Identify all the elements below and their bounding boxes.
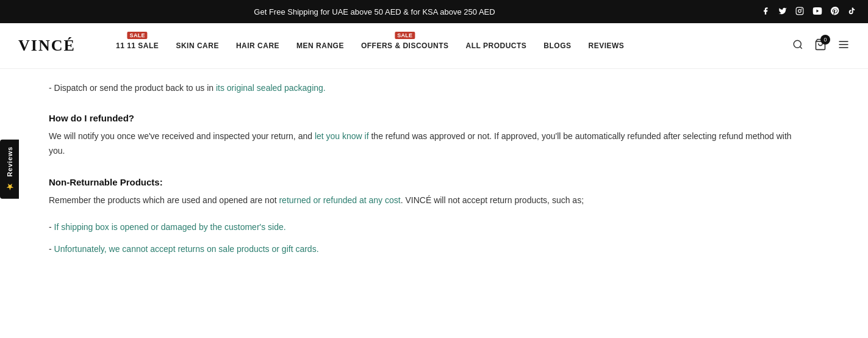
refund-text: We will notify you once we've received a…	[49, 129, 805, 159]
svg-line-4	[800, 46, 802, 48]
nav-item-hair-care[interactable]: HAIR CARE	[236, 41, 279, 50]
reviews-tab[interactable]: ★ Reviews	[0, 139, 19, 198]
refund-link-1[interactable]: let you know if	[315, 131, 369, 141]
announcement-bar: Get Free Shipping for UAE above 50 AED &…	[0, 0, 868, 23]
twitter-icon[interactable]	[778, 7, 787, 17]
main-nav: SALE 11 11 SALE SKIN CARE HAIR CARE MEN …	[116, 41, 792, 50]
dispatch-link[interactable]: its original sealed packaging.	[216, 83, 326, 93]
search-icon[interactable]	[792, 39, 803, 53]
pinterest-icon[interactable]	[831, 7, 839, 17]
social-icons	[761, 7, 856, 17]
refund-section: How do I refunded? We will notify you on…	[49, 113, 805, 159]
tiktok-icon[interactable]	[848, 7, 856, 17]
reviews-tab-wrapper[interactable]: ★ Reviews	[0, 139, 19, 198]
announcement-text: Get Free Shipping for UAE above 50 AED &…	[12, 7, 737, 16]
nav-item-offers-discounts[interactable]: SALE OFFERS & DISCOUNTS	[361, 41, 449, 50]
reviews-tab-label: Reviews	[6, 146, 13, 177]
logo[interactable]: VINCÉ	[18, 37, 91, 55]
svg-rect-0	[796, 7, 803, 15]
svg-point-1	[798, 9, 802, 12]
menu-icon[interactable]	[838, 38, 850, 54]
nav-item-reviews[interactable]: REVIEWS	[589, 41, 625, 50]
bullet-1-link[interactable]: If shipping box is opened or damaged by …	[54, 222, 286, 232]
nav-item-1111-sale[interactable]: SALE 11 11 SALE	[116, 41, 159, 50]
youtube-icon[interactable]	[812, 7, 822, 16]
dispatch-line: - Dispatch or send the product back to u…	[49, 81, 805, 95]
reviews-star-icon: ★	[5, 182, 14, 192]
instagram-icon[interactable]	[795, 7, 804, 17]
nav-item-skin-care[interactable]: SKIN CARE	[176, 41, 219, 50]
refund-heading: How do I refunded?	[49, 113, 805, 123]
non-returnable-link[interactable]: returned or refunded at any cost	[279, 195, 400, 205]
header-icons: 0	[792, 38, 850, 54]
svg-point-3	[794, 40, 801, 48]
nav-item-all-products[interactable]: ALL PRODUCTS	[466, 41, 527, 50]
nav-item-blogs[interactable]: BLOGS	[543, 41, 571, 50]
bullet-2-link[interactable]: Unfortunately, we cannot accept returns …	[54, 244, 319, 254]
svg-point-2	[802, 9, 802, 9]
facebook-icon[interactable]	[761, 7, 770, 17]
nav-item-men-range[interactable]: MEN RANGE	[296, 41, 344, 50]
main-content: - Dispatch or send the product back to u…	[0, 69, 854, 299]
sale-badge-offers: SALE	[395, 32, 415, 39]
sale-badge-1111: SALE	[127, 32, 148, 39]
non-returnable-intro: Remember the products which are used and…	[49, 193, 805, 208]
bullet-item-2: - Unfortunately, we cannot accept return…	[49, 242, 805, 256]
non-returnable-heading: Non-Returnable Products:	[49, 177, 805, 187]
cart-icon[interactable]: 0	[814, 38, 827, 54]
cart-count: 0	[820, 35, 830, 45]
bullet-item-1: - If shipping box is opened or damaged b…	[49, 220, 805, 234]
non-returnable-section: Non-Returnable Products: Remember the pr…	[49, 177, 805, 256]
header: VINCÉ SALE 11 11 SALE SKIN CARE HAIR CAR…	[0, 23, 868, 69]
